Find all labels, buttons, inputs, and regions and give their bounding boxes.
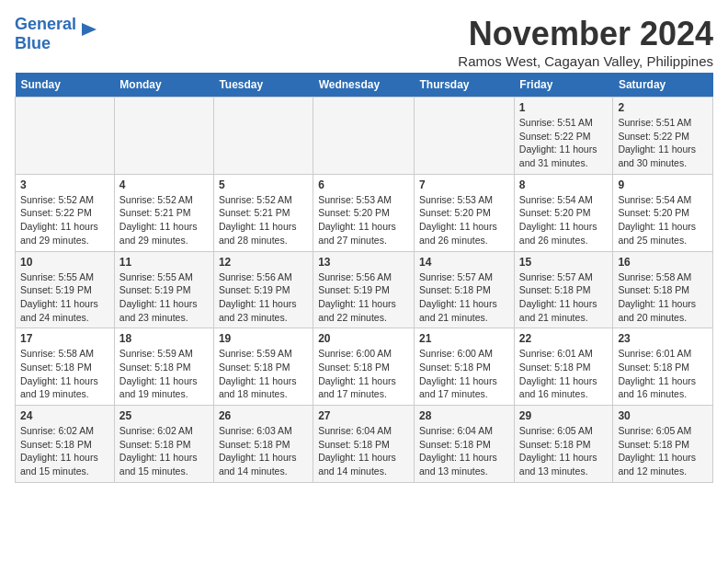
calendar-cell: 5Sunrise: 5:52 AMSunset: 5:21 PMDaylight… — [213, 174, 313, 251]
calendar-cell: 14Sunrise: 5:57 AMSunset: 5:18 PMDayligh… — [415, 251, 515, 328]
calendar-header: SundayMondayTuesdayWednesdayThursdayFrid… — [16, 73, 713, 98]
calendar-cell: 8Sunrise: 5:54 AMSunset: 5:20 PMDaylight… — [514, 174, 613, 251]
day-info: Sunrise: 6:01 AMSunset: 5:18 PMDaylight:… — [519, 347, 609, 401]
logo-arrow-icon — [78, 19, 98, 40]
day-info: Sunrise: 6:05 AMSunset: 5:18 PMDaylight:… — [618, 424, 708, 478]
week-row-4: 17Sunrise: 5:58 AMSunset: 5:18 PMDayligh… — [16, 328, 713, 406]
day-number: 8 — [519, 178, 609, 191]
day-info: Sunrise: 5:57 AMSunset: 5:18 PMDaylight:… — [419, 270, 509, 325]
day-number: 21 — [419, 332, 509, 345]
day-info: Sunrise: 5:59 AMSunset: 5:18 PMDaylight:… — [119, 347, 209, 401]
day-info: Sunrise: 6:00 AMSunset: 5:18 PMDaylight:… — [419, 347, 509, 401]
day-number: 6 — [318, 178, 409, 191]
day-info: Sunrise: 5:56 AMSunset: 5:19 PMDaylight:… — [219, 270, 308, 325]
calendar-cell: 20Sunrise: 6:00 AMSunset: 5:18 PMDayligh… — [313, 328, 415, 406]
day-info: Sunrise: 6:02 AMSunset: 5:18 PMDaylight:… — [20, 424, 109, 478]
calendar-cell: 24Sunrise: 6:02 AMSunset: 5:18 PMDayligh… — [16, 406, 115, 483]
calendar-cell — [313, 98, 415, 175]
calendar-cell: 6Sunrise: 5:53 AMSunset: 5:20 PMDaylight… — [313, 174, 415, 251]
day-info: Sunrise: 5:53 AMSunset: 5:20 PMDaylight:… — [419, 193, 509, 247]
calendar-cell: 19Sunrise: 5:59 AMSunset: 5:18 PMDayligh… — [213, 328, 313, 406]
day-number: 27 — [318, 409, 409, 422]
calendar-cell: 18Sunrise: 5:59 AMSunset: 5:18 PMDayligh… — [114, 328, 213, 406]
day-number: 29 — [519, 409, 609, 422]
day-number: 10 — [20, 256, 109, 269]
day-number: 5 — [219, 178, 308, 191]
day-info: Sunrise: 6:02 AMSunset: 5:18 PMDaylight:… — [119, 424, 209, 478]
day-number: 30 — [618, 409, 708, 422]
day-info: Sunrise: 5:54 AMSunset: 5:20 PMDaylight:… — [519, 193, 609, 247]
logo-text: GeneralBlue — [15, 15, 76, 53]
calendar-cell: 30Sunrise: 6:05 AMSunset: 5:18 PMDayligh… — [613, 406, 713, 483]
weekday-wednesday: Wednesday — [313, 73, 415, 98]
day-number: 2 — [618, 101, 708, 114]
calendar-cell: 10Sunrise: 5:55 AMSunset: 5:19 PMDayligh… — [16, 251, 115, 328]
weekday-sunday: Sunday — [16, 73, 115, 98]
calendar-cell: 11Sunrise: 5:55 AMSunset: 5:19 PMDayligh… — [114, 251, 213, 328]
day-number: 14 — [419, 256, 509, 269]
month-title: November 2024 — [458, 15, 713, 53]
day-number: 11 — [119, 256, 209, 269]
day-number: 4 — [119, 178, 209, 191]
calendar-cell: 21Sunrise: 6:00 AMSunset: 5:18 PMDayligh… — [415, 328, 515, 406]
day-number: 19 — [219, 332, 308, 345]
title-section: November 2024 Ramos West, Cagayan Valley… — [458, 15, 713, 69]
day-info: Sunrise: 5:55 AMSunset: 5:19 PMDaylight:… — [119, 270, 209, 325]
day-number: 12 — [219, 256, 308, 269]
calendar-cell: 22Sunrise: 6:01 AMSunset: 5:18 PMDayligh… — [514, 328, 613, 406]
day-number: 15 — [519, 256, 609, 269]
week-row-1: 1Sunrise: 5:51 AMSunset: 5:22 PMDaylight… — [16, 98, 713, 175]
calendar-cell: 26Sunrise: 6:03 AMSunset: 5:18 PMDayligh… — [213, 406, 313, 483]
page-header: GeneralBlue November 2024 Ramos West, Ca… — [15, 15, 713, 69]
calendar-cell — [415, 98, 515, 175]
weekday-header-row: SundayMondayTuesdayWednesdayThursdayFrid… — [16, 73, 713, 98]
day-info: Sunrise: 6:01 AMSunset: 5:18 PMDaylight:… — [618, 347, 708, 401]
day-number: 1 — [519, 101, 609, 114]
day-info: Sunrise: 5:51 AMSunset: 5:22 PMDaylight:… — [618, 116, 708, 170]
day-info: Sunrise: 6:00 AMSunset: 5:18 PMDaylight:… — [318, 347, 409, 401]
calendar-body: 1Sunrise: 5:51 AMSunset: 5:22 PMDaylight… — [16, 98, 713, 483]
day-info: Sunrise: 5:52 AMSunset: 5:22 PMDaylight:… — [20, 193, 109, 247]
week-row-5: 24Sunrise: 6:02 AMSunset: 5:18 PMDayligh… — [16, 406, 713, 483]
calendar-cell: 4Sunrise: 5:52 AMSunset: 5:21 PMDaylight… — [114, 174, 213, 251]
calendar-cell: 29Sunrise: 6:05 AMSunset: 5:18 PMDayligh… — [514, 406, 613, 483]
calendar-cell: 17Sunrise: 5:58 AMSunset: 5:18 PMDayligh… — [16, 328, 115, 406]
calendar-cell: 3Sunrise: 5:52 AMSunset: 5:22 PMDaylight… — [16, 174, 115, 251]
calendar-cell: 16Sunrise: 5:58 AMSunset: 5:18 PMDayligh… — [613, 251, 713, 328]
calendar-table: SundayMondayTuesdayWednesdayThursdayFrid… — [15, 73, 713, 483]
day-number: 25 — [119, 409, 209, 422]
weekday-monday: Monday — [114, 73, 213, 98]
day-info: Sunrise: 5:57 AMSunset: 5:18 PMDaylight:… — [519, 270, 609, 325]
day-number: 20 — [318, 332, 409, 345]
calendar-cell: 9Sunrise: 5:54 AMSunset: 5:20 PMDaylight… — [613, 174, 713, 251]
calendar-cell: 28Sunrise: 6:04 AMSunset: 5:18 PMDayligh… — [415, 406, 515, 483]
day-info: Sunrise: 5:58 AMSunset: 5:18 PMDaylight:… — [20, 347, 109, 401]
week-row-3: 10Sunrise: 5:55 AMSunset: 5:19 PMDayligh… — [16, 251, 713, 328]
day-number: 13 — [318, 256, 409, 269]
location: Ramos West, Cagayan Valley, Philippines — [458, 53, 713, 69]
day-info: Sunrise: 5:53 AMSunset: 5:20 PMDaylight:… — [318, 193, 409, 247]
day-number: 22 — [519, 332, 609, 345]
day-info: Sunrise: 5:54 AMSunset: 5:20 PMDaylight:… — [618, 193, 708, 247]
day-info: Sunrise: 5:52 AMSunset: 5:21 PMDaylight:… — [119, 193, 209, 247]
weekday-friday: Friday — [514, 73, 613, 98]
calendar-cell: 1Sunrise: 5:51 AMSunset: 5:22 PMDaylight… — [514, 98, 613, 175]
calendar-cell: 25Sunrise: 6:02 AMSunset: 5:18 PMDayligh… — [114, 406, 213, 483]
calendar-cell: 23Sunrise: 6:01 AMSunset: 5:18 PMDayligh… — [613, 328, 713, 406]
day-number: 18 — [119, 332, 209, 345]
week-row-2: 3Sunrise: 5:52 AMSunset: 5:22 PMDaylight… — [16, 174, 713, 251]
day-info: Sunrise: 6:04 AMSunset: 5:18 PMDaylight:… — [419, 424, 509, 478]
day-number: 7 — [419, 178, 509, 191]
day-number: 17 — [20, 332, 109, 345]
calendar-cell: 13Sunrise: 5:56 AMSunset: 5:19 PMDayligh… — [313, 251, 415, 328]
day-info: Sunrise: 6:04 AMSunset: 5:18 PMDaylight:… — [318, 424, 409, 478]
calendar-cell — [114, 98, 213, 175]
weekday-saturday: Saturday — [613, 73, 713, 98]
calendar-cell: 12Sunrise: 5:56 AMSunset: 5:19 PMDayligh… — [213, 251, 313, 328]
calendar-cell: 2Sunrise: 5:51 AMSunset: 5:22 PMDaylight… — [613, 98, 713, 175]
svg-marker-0 — [82, 23, 97, 36]
day-number: 23 — [618, 332, 708, 345]
calendar-cell: 15Sunrise: 5:57 AMSunset: 5:18 PMDayligh… — [514, 251, 613, 328]
day-info: Sunrise: 5:52 AMSunset: 5:21 PMDaylight:… — [219, 193, 308, 247]
day-info: Sunrise: 5:59 AMSunset: 5:18 PMDaylight:… — [219, 347, 308, 401]
